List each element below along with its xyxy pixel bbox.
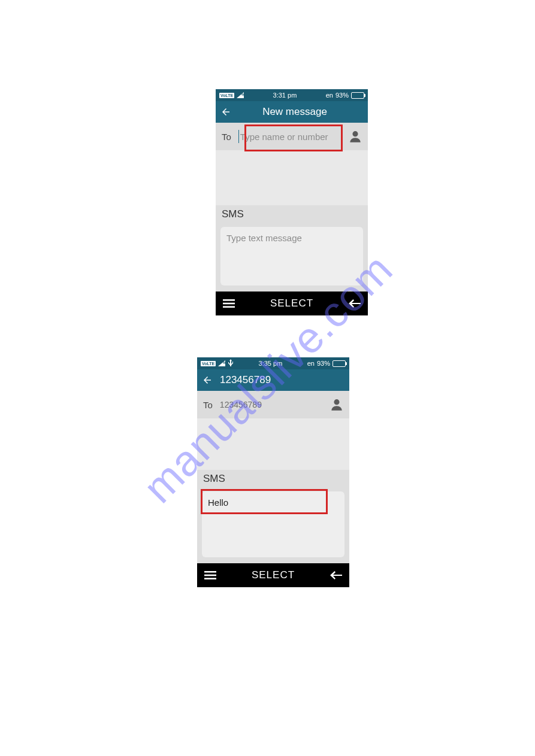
to-label: To [222,132,231,142]
page-title: 123456789 [220,374,344,386]
softkey-select[interactable]: SELECT [217,569,329,581]
message-area-wrap: Type text message [216,223,368,292]
message-input[interactable]: Type text message [220,227,363,286]
back-arrow-icon[interactable] [202,375,213,385]
battery-charging-icon [333,360,346,367]
conversation-area [216,150,368,205]
title-bar: New message [216,101,368,123]
svg-rect-3 [223,303,235,305]
signal-icon: 4G [218,360,225,366]
svg-rect-7 [204,571,216,573]
battery-icon [351,92,364,99]
status-battery-pct: 93% [335,92,349,99]
menu-icon[interactable] [222,299,236,308]
softkey-bar: SELECT [216,292,368,315]
sms-label: SMS [216,205,368,223]
svg-rect-8 [204,575,216,576]
to-label: To [203,400,213,410]
recipient-input[interactable]: 123456789 [216,393,324,417]
usb-icon [228,359,234,368]
conversation-area [197,418,349,470]
phone-screenshot-2: VoLTE 4G 3:35 pm en 93% 123456789 To 123… [197,357,349,587]
softkey-back-icon[interactable] [347,299,362,308]
svg-point-1 [352,131,358,136]
volte-badge: VoLTE [219,93,234,98]
menu-icon[interactable] [203,570,217,580]
recipient-placeholder: Type name or number [240,132,328,142]
softkey-select[interactable]: SELECT [236,297,347,309]
volte-badge: VoLTE [201,361,216,366]
status-time: 3:35 pm [234,360,307,367]
contact-picker-icon[interactable] [346,129,364,144]
recipient-row: To 123456789 [197,391,349,418]
signal-icon: 4G [237,92,244,98]
contact-picker-icon[interactable] [328,397,346,412]
status-bar: VoLTE 4G 3:35 pm en 93% [197,357,349,369]
svg-rect-9 [204,578,216,579]
recipient-value: 123456789 [220,400,262,409]
softkey-bar: SELECT [197,563,349,587]
svg-text:4G: 4G [223,361,225,365]
sms-label: SMS [197,470,349,488]
svg-rect-4 [223,306,235,308]
svg-point-6 [334,399,339,405]
message-area-wrap: Hello [197,488,349,563]
status-lang: en [326,92,333,99]
phone-screenshot-1: VoLTE 4G 3:31 pm en 93% New message To T… [216,89,368,315]
status-time: 3:31 pm [244,92,326,99]
title-bar: 123456789 [197,369,349,391]
recipient-input[interactable]: Type name or number [235,125,343,148]
status-bar: VoLTE 4G 3:31 pm en 93% [216,89,368,101]
recipient-row: To Type name or number [216,123,368,150]
softkey-back-icon[interactable] [329,571,343,579]
page-title: New message [226,106,363,118]
status-lang: en [307,360,315,367]
status-battery-pct: 93% [317,360,330,367]
message-input[interactable]: Hello [202,491,344,557]
svg-rect-2 [223,299,235,301]
